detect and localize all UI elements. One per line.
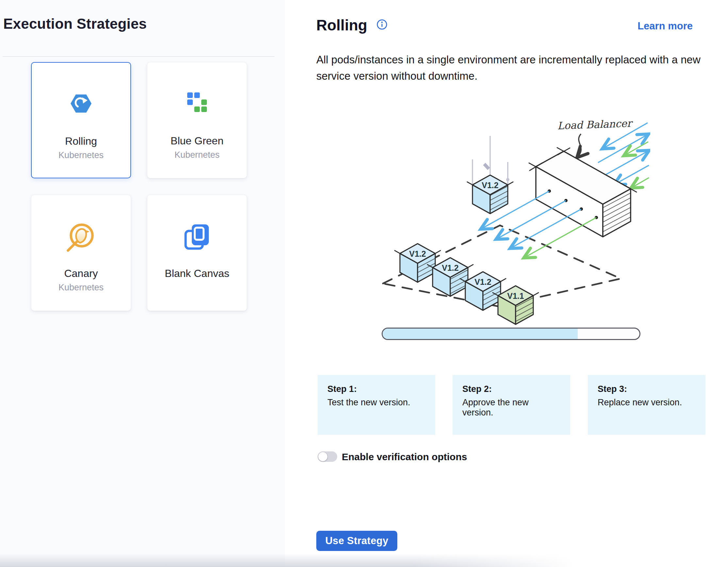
step-text: Replace new version. [598, 397, 696, 408]
step-card-2: Step 2: Approve the new version. [453, 375, 570, 435]
load-balancer-box [529, 148, 637, 237]
strategy-card-blue-green[interactable]: Blue Green Kubernetes [147, 62, 247, 178]
label-pointer-arrow [578, 134, 581, 157]
strategy-card-sublabel: Kubernetes [31, 283, 131, 292]
strategy-list-panel: Execution Strategies Rolling Kubernetes [0, 0, 285, 567]
strategy-card-label: Blue Green [147, 135, 247, 147]
svg-text:V1.2: V1.2 [442, 263, 458, 273]
use-strategy-button[interactable]: Use Strategy [316, 531, 397, 551]
toggle-knob [318, 452, 328, 461]
rollout-progress-bar [382, 327, 640, 340]
strategy-card-label: Blank Canvas [147, 268, 247, 280]
svg-text:V1.1: V1.1 [507, 291, 524, 300]
strategy-card-rolling[interactable]: Rolling Kubernetes [31, 62, 131, 178]
strategy-card-sublabel: Kubernetes [32, 150, 130, 160]
blank-canvas-icon [183, 223, 211, 252]
page-title: Execution Strategies [3, 16, 147, 32]
execution-strategies-screen: Execution Strategies Rolling Kubernetes [0, 0, 728, 567]
strategy-card-label: Rolling [32, 135, 130, 147]
learn-more-link[interactable]: Learn more [637, 20, 693, 32]
strategy-detail-title: Rolling [316, 16, 367, 34]
step-text: Test the new version. [327, 397, 425, 408]
strategy-detail-panel: Rolling Learn more All pods/instances in… [285, 0, 728, 567]
step-card-1: Step 1: Test the new version. [318, 375, 435, 435]
strategy-card-blank-canvas[interactable]: Blank Canvas [147, 195, 247, 311]
green-traffic-arrows [625, 142, 649, 188]
step-card-3: Step 3: Replace new version. [588, 375, 705, 435]
verification-toggle-label: Enable verification options [342, 451, 467, 462]
version-pods: V1.2 V1.2 V1.2 V1.2 [395, 175, 538, 324]
strategy-card-canary[interactable]: Canary Kubernetes [31, 195, 131, 311]
step-title: Step 3: [598, 384, 696, 394]
bluegreen-icon [187, 92, 207, 113]
load-balancer-label: Load Balancer [557, 117, 633, 132]
verification-toggle[interactable] [318, 451, 337, 462]
strategy-description: All pods/instances in a single environme… [316, 52, 702, 84]
svg-text:V1.2: V1.2 [474, 277, 491, 286]
strategy-card-label: Canary [31, 268, 131, 280]
rolling-strategy-illustration: Load Balancer [369, 110, 650, 326]
strategy-card-sublabel: Kubernetes [147, 150, 247, 160]
divider [3, 56, 274, 57]
svg-text:V1.2: V1.2 [482, 181, 498, 190]
step-title: Step 1: [327, 384, 425, 394]
svg-text:V1.2: V1.2 [409, 249, 426, 259]
step-text: Approve the new version. [462, 397, 560, 418]
info-icon[interactable] [376, 19, 388, 30]
step-title: Step 2: [462, 384, 560, 394]
rolling-icon [70, 93, 92, 116]
rollout-progress-fill [383, 328, 578, 339]
canary-icon [65, 221, 97, 255]
